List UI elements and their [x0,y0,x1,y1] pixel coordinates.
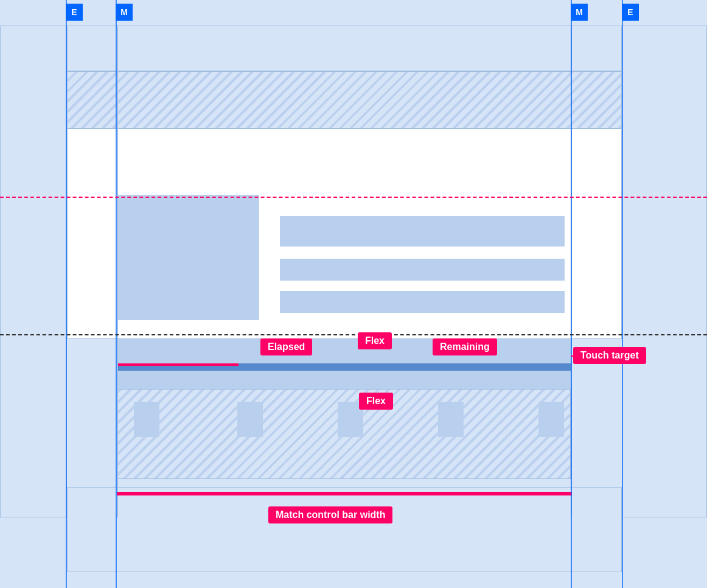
label-match-control-bar: Match control bar width [268,506,392,523]
col-label-m-left: M [116,4,133,21]
guide-e-left [66,0,67,588]
label-elapsed: Elapsed [260,338,312,355]
col-label-e-left: E [66,4,83,21]
content-row-3 [280,291,565,313]
icon-strip-5 [538,402,564,437]
progress-bar-container [117,363,571,371]
col-label-m-right: M [571,4,588,21]
icon-strip-1 [134,402,159,437]
progress-bar-elapsed [117,363,239,366]
label-remaining: Remaining [433,338,497,355]
icon-strip-2 [237,402,263,437]
content-row-1 [280,216,565,247]
guide-e-right [622,0,623,588]
left-outer-panel [0,26,67,517]
media-thumbnail [117,195,259,320]
right-outer-panel [622,26,707,517]
label-flex2: Flex [359,393,393,410]
main-canvas: E M M E Elapse [0,0,707,588]
vertical-separator-left [117,26,118,517]
label-flex1: Flex [358,332,392,349]
dashed-line-red [0,197,707,198]
pink-bar [117,492,572,495]
icon-strip-4 [438,402,464,437]
guide-m-right [571,0,572,588]
hatched-header-area [67,71,622,128]
top-row [67,26,622,71]
guide-m-left [116,0,117,588]
dashed-line-black [0,334,707,335]
flex-bar-2 [117,371,571,389]
label-touch-target: Touch target [573,347,646,364]
content-row-2 [280,259,565,281]
col-label-e-right: E [622,4,639,21]
bottom-section [67,487,622,572]
